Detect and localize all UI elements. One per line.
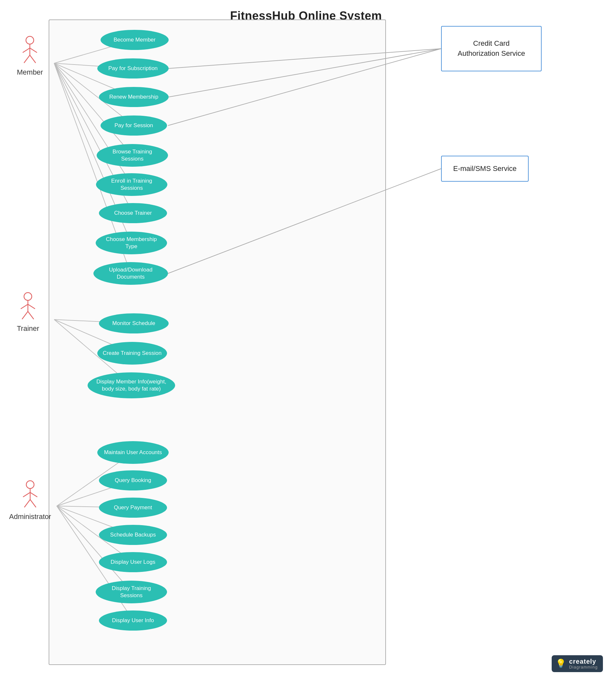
creately-sub: Diagramming <box>569 665 598 670</box>
use-case-pay-subscription: Pay for Subscription <box>97 58 169 79</box>
use-case-query-booking: Query Booking <box>99 470 167 491</box>
system-boundary <box>48 19 386 665</box>
svg-point-35 <box>26 481 34 489</box>
svg-point-23 <box>26 36 34 44</box>
use-case-choose-trainer: Choose Trainer <box>99 203 167 223</box>
use-case-pay-session: Pay for Session <box>100 115 167 136</box>
svg-line-33 <box>22 312 28 319</box>
svg-line-28 <box>30 55 36 63</box>
use-case-monitor-schedule: Monitor Schedule <box>99 313 169 333</box>
use-case-renew-membership: Renew Membership <box>99 87 169 107</box>
email-sms-service: E-mail/SMS Service <box>441 156 529 182</box>
actor-administrator: Administrator <box>9 480 51 521</box>
member-figure <box>20 36 40 65</box>
use-case-display-training-sessions: Display Training Sessions <box>96 581 167 603</box>
administrator-label: Administrator <box>9 512 51 521</box>
bulb-icon: 💡 <box>556 658 566 669</box>
svg-line-38 <box>30 492 37 497</box>
use-case-display-user-logs: Display User Logs <box>99 552 167 572</box>
svg-line-40 <box>30 499 36 507</box>
admin-figure <box>20 480 40 509</box>
use-case-enroll-training: Enroll in Training Sessions <box>96 173 167 196</box>
use-case-display-member-info: Display Member Info(weight, body size, b… <box>87 372 175 398</box>
actor-trainer: Trainer <box>17 292 39 333</box>
use-case-display-user-info: Display User Info <box>99 610 167 631</box>
svg-line-37 <box>23 492 30 497</box>
member-label: Member <box>17 68 43 77</box>
actor-member: Member <box>17 36 43 77</box>
svg-line-31 <box>21 304 28 309</box>
use-case-query-payment: Query Payment <box>99 498 167 518</box>
use-case-browse-training: Browse Training Sessions <box>97 144 168 167</box>
svg-line-26 <box>30 48 37 53</box>
use-case-create-training: Create Training Session <box>97 342 167 365</box>
creately-text: creately Diagramming <box>569 658 598 670</box>
creately-logo: 💡 creately Diagramming <box>552 655 603 672</box>
trainer-figure <box>18 292 38 321</box>
diagram-container: FitnessHub Online System <box>0 0 612 681</box>
use-case-maintain-accounts: Maintain User Accounts <box>97 441 169 464</box>
credit-card-service: Credit Card Authorization Service <box>441 26 542 71</box>
svg-point-29 <box>24 292 32 300</box>
creately-name: creately <box>569 658 598 665</box>
svg-line-25 <box>23 48 30 53</box>
use-case-choose-membership: Choose Membership Type <box>96 232 167 254</box>
use-case-become-member: Become Member <box>100 30 169 50</box>
trainer-label: Trainer <box>17 324 39 333</box>
use-case-schedule-backups: Schedule Backups <box>99 525 167 545</box>
svg-line-32 <box>28 304 35 309</box>
svg-line-39 <box>24 499 30 507</box>
use-case-upload-download: Upload/Download Documents <box>94 262 168 285</box>
svg-line-27 <box>24 55 30 63</box>
svg-line-34 <box>28 312 34 319</box>
